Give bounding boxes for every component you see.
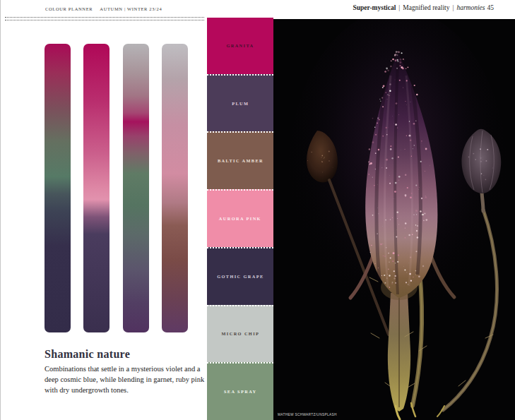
macro-flower-photo: MATHEW SCHWARTZ/UNSPLASH <box>273 19 515 420</box>
season-label: AUTUMN | WINTER 23/24 <box>100 6 162 11</box>
swatch-baltic-amber: BALTIC AMBER <box>207 131 273 189</box>
gradient-bar-2 <box>83 44 109 332</box>
swatch-aurora-pink: AURORA PINK <box>207 189 273 247</box>
story-title: Shamanic nature <box>45 348 130 361</box>
story-description: Combinations that settle in a mysterious… <box>45 364 213 395</box>
gradient-bar-1 <box>45 44 71 332</box>
brand-label: COLOUR PLANNER <box>45 6 93 11</box>
swatch-label: MICRO CHIP <box>221 332 259 337</box>
swatch-micro-chip: MICRO CHIP <box>207 305 273 363</box>
swatch-granita: GRANITA <box>207 18 273 74</box>
swatch-label: AURORA PINK <box>219 217 261 222</box>
separator: | <box>398 4 400 11</box>
gradient-bar-4 <box>162 44 188 332</box>
header-left: COLOUR PLANNERAUTUMN | WINTER 23/24 <box>45 6 162 11</box>
swatch-label: GRANITA <box>226 43 254 48</box>
dotted-rule <box>5 17 204 20</box>
section-label: harmonies <box>456 4 485 11</box>
gradient-bar-3 <box>123 44 149 332</box>
swatch-plum: PLUM <box>207 74 273 132</box>
subtitle-label: Magnified reality <box>403 4 449 11</box>
gradient-bars <box>45 44 188 332</box>
theme-label: Super-mystical <box>353 4 396 11</box>
page-number: 45 <box>487 4 495 11</box>
photo-credit: MATHEW SCHWARTZ/UNSPLASH <box>278 413 337 416</box>
swatch-sea-spray: SEA SPRAY <box>207 362 273 420</box>
colour-planner-page: COLOUR PLANNERAUTUMN | WINTER 23/24 Supe… <box>0 0 515 420</box>
swatch-column: GRANITA PLUM BALTIC AMBER AURORA PINK GO… <box>207 18 273 420</box>
swatch-label: GOTHIC GRAPE <box>217 274 264 279</box>
swatch-gothic-grape: GOTHIC GRAPE <box>207 247 273 305</box>
flower-illustration <box>273 19 515 420</box>
header-right: Super-mystical|Magnified reality|harmoni… <box>353 4 494 11</box>
swatch-label: BALTIC AMBER <box>217 159 263 164</box>
separator: | <box>452 4 454 11</box>
swatch-label: PLUM <box>232 101 249 106</box>
swatch-label: SEA SPRAY <box>224 390 257 395</box>
